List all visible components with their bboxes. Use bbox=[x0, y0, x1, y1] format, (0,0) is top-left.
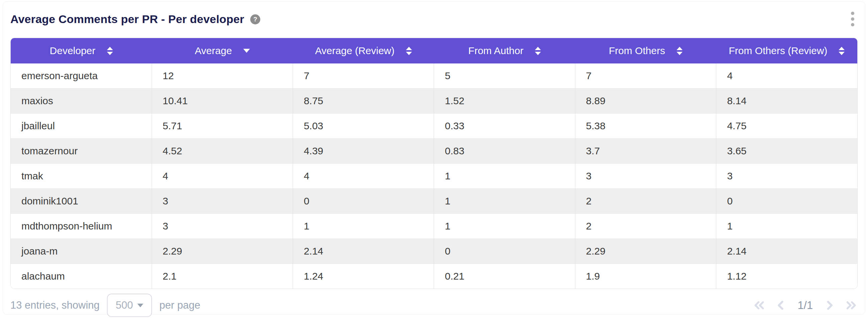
value-cell: 1 bbox=[434, 214, 575, 239]
developer-cell: jbailleul bbox=[11, 114, 152, 139]
next-page-button[interactable] bbox=[823, 298, 836, 312]
sort-descending-icon bbox=[243, 49, 250, 53]
value-cell: 4.39 bbox=[293, 139, 434, 164]
sort-toggle-icon bbox=[535, 47, 541, 55]
developer-cell: alachaum bbox=[11, 264, 152, 289]
column-header-developer[interactable]: Developer bbox=[11, 38, 152, 63]
developer-cell: tomazernour bbox=[11, 139, 152, 164]
column-label: Developer bbox=[50, 45, 96, 57]
table-row: mdthompson-helium31121 bbox=[11, 214, 857, 239]
table-body: emerson-argueta127574maxios10.418.751.52… bbox=[11, 63, 857, 289]
developer-cell: mdthompson-helium bbox=[11, 214, 152, 239]
column-label: Average (Review) bbox=[315, 45, 395, 57]
per-page-value: 500 bbox=[116, 299, 133, 311]
column-header-from-others-review[interactable]: From Others (Review) bbox=[716, 38, 857, 63]
developer-cell: tmak bbox=[11, 164, 152, 189]
value-cell: 8.14 bbox=[716, 89, 857, 114]
sort-toggle-icon bbox=[107, 47, 113, 55]
value-cell: 1.52 bbox=[434, 89, 575, 114]
sort-toggle-icon bbox=[839, 47, 845, 55]
value-cell: 0 bbox=[293, 189, 434, 214]
column-label: From Others (Review) bbox=[729, 45, 827, 57]
value-cell: 4.75 bbox=[716, 114, 857, 139]
per-page-select[interactable]: 500 bbox=[107, 294, 152, 317]
per-page-suffix-text: per page bbox=[159, 299, 200, 311]
value-cell: 3 bbox=[716, 164, 857, 189]
column-header-from-others[interactable]: From Others bbox=[575, 38, 716, 63]
value-cell: 1 bbox=[434, 189, 575, 214]
table-head-row: DeveloperAverageAverage (Review)From Aut… bbox=[11, 38, 857, 63]
previous-page-button[interactable] bbox=[774, 298, 787, 312]
value-cell: 10.41 bbox=[152, 89, 293, 114]
first-page-button[interactable] bbox=[753, 298, 766, 312]
value-cell: 3 bbox=[152, 214, 293, 239]
table-row: emerson-argueta127574 bbox=[11, 63, 857, 89]
value-cell: 3.65 bbox=[716, 139, 857, 164]
value-cell: 7 bbox=[575, 63, 716, 89]
value-cell: 2.14 bbox=[293, 239, 434, 264]
table-row: tmak44133 bbox=[11, 164, 857, 189]
last-page-button[interactable] bbox=[844, 298, 858, 312]
chevron-down-icon bbox=[137, 304, 143, 307]
value-cell: 0 bbox=[716, 189, 857, 214]
widget-header: Average Comments per PR - Per developer … bbox=[3, 2, 865, 28]
value-cell: 1 bbox=[434, 164, 575, 189]
column-label: From Others bbox=[609, 45, 665, 57]
column-label: Average bbox=[195, 45, 232, 57]
value-cell: 5.71 bbox=[152, 114, 293, 139]
value-cell: 1.9 bbox=[575, 264, 716, 289]
sort-toggle-icon bbox=[406, 47, 412, 55]
value-cell: 8.75 bbox=[293, 89, 434, 114]
column-label: From Author bbox=[468, 45, 524, 57]
sort-toggle-icon bbox=[677, 47, 683, 55]
table-row: maxios10.418.751.528.898.14 bbox=[11, 89, 857, 114]
table-row: jbailleul5.715.030.335.384.75 bbox=[11, 114, 857, 139]
developer-cell: emerson-argueta bbox=[11, 63, 152, 89]
column-header-average[interactable]: Average bbox=[152, 38, 293, 63]
page-title: Average Comments per PR - Per developer bbox=[10, 12, 244, 26]
value-cell: 5.03 bbox=[293, 114, 434, 139]
value-cell: 2 bbox=[575, 214, 716, 239]
value-cell: 4 bbox=[716, 63, 857, 89]
value-cell: 12 bbox=[152, 63, 293, 89]
value-cell: 4 bbox=[152, 164, 293, 189]
value-cell: 0 bbox=[434, 239, 575, 264]
value-cell: 2.14 bbox=[716, 239, 857, 264]
page-indicator: 1/1 bbox=[798, 299, 813, 312]
value-cell: 8.89 bbox=[575, 89, 716, 114]
value-cell: 2.29 bbox=[152, 239, 293, 264]
value-cell: 1 bbox=[716, 214, 857, 239]
developer-cell: maxios bbox=[11, 89, 152, 114]
developer-comments-table: DeveloperAverageAverage (Review)From Aut… bbox=[10, 38, 858, 289]
value-cell: 2.29 bbox=[575, 239, 716, 264]
value-cell: 0.83 bbox=[434, 139, 575, 164]
value-cell: 5.38 bbox=[575, 114, 716, 139]
value-cell: 1 bbox=[293, 214, 434, 239]
value-cell: 0.21 bbox=[434, 264, 575, 289]
value-cell: 7 bbox=[293, 63, 434, 89]
table-footer: 13 entries, showing 500 per page 1/1 bbox=[10, 289, 858, 318]
value-cell: 5 bbox=[434, 63, 575, 89]
value-cell: 3 bbox=[152, 189, 293, 214]
value-cell: 4.52 bbox=[152, 139, 293, 164]
value-cell: 1.12 bbox=[716, 264, 857, 289]
table-row: alachaum2.11.240.211.91.12 bbox=[11, 264, 857, 289]
value-cell: 3.7 bbox=[575, 139, 716, 164]
value-cell: 1.24 bbox=[293, 264, 434, 289]
developer-cell: joana-m bbox=[11, 239, 152, 264]
column-header-from-author[interactable]: From Author bbox=[434, 38, 575, 63]
developer-cell: dominik1001 bbox=[11, 189, 152, 214]
help-icon[interactable]: ? bbox=[250, 14, 260, 24]
table-row: dominik100130120 bbox=[11, 189, 857, 214]
entries-count-text: 13 entries, showing bbox=[10, 299, 99, 311]
value-cell: 3 bbox=[575, 164, 716, 189]
widget-card: Average Comments per PR - Per developer … bbox=[3, 1, 865, 315]
kebab-menu-icon[interactable] bbox=[848, 10, 857, 28]
value-cell: 2.1 bbox=[152, 264, 293, 289]
value-cell: 4 bbox=[293, 164, 434, 189]
pagination: 1/1 bbox=[753, 298, 858, 312]
table-row: tomazernour4.524.390.833.73.65 bbox=[11, 139, 857, 164]
value-cell: 2 bbox=[575, 189, 716, 214]
column-header-average-review[interactable]: Average (Review) bbox=[293, 38, 434, 63]
table-row: joana-m2.292.1402.292.14 bbox=[11, 239, 857, 264]
